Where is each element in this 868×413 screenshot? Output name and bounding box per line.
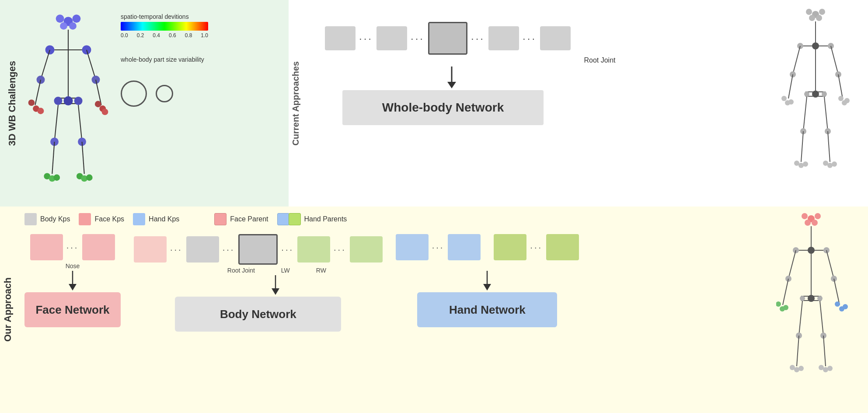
svg-marker-84	[483, 284, 491, 290]
svg-point-69	[788, 99, 794, 105]
root-joint-box	[428, 22, 467, 55]
face-parent-label: Face Parent	[230, 215, 268, 223]
svg-point-3	[60, 22, 67, 30]
body-boxes-row: ··· ··· ··· ···	[134, 234, 383, 265]
svg-line-63	[801, 131, 803, 162]
skeleton-svg-top	[24, 13, 112, 197]
current-approaches-content: ··· ··· ··· ··· Root Joint Whol	[303, 0, 781, 206]
top-left-panel: 3D WB Challenges	[0, 0, 289, 206]
hand-section: ··· ··· . Hand Network	[396, 234, 579, 327]
face-network-box: Face Network	[24, 292, 121, 327]
svg-point-120	[798, 366, 804, 371]
face-network-label: Face Network	[35, 303, 109, 317]
svg-line-15	[87, 50, 96, 80]
colorbar-labels: 0.0 0.2 0.4 0.6 0.8 1.0	[121, 32, 208, 38]
spatio-temporal-label: spatio-temporal devitions	[121, 13, 275, 20]
body-kps-label: Body Kps	[40, 215, 70, 223]
svg-point-117	[843, 304, 848, 309]
svg-point-114	[783, 305, 788, 310]
svg-point-123	[827, 366, 833, 371]
body-box3	[350, 236, 383, 262]
svg-line-55	[838, 74, 843, 98]
svg-point-72	[844, 98, 850, 103]
legend-hand-parents: Hand Parents	[277, 213, 347, 225]
nose-label: Nose	[66, 262, 80, 270]
skeleton-top-right	[781, 0, 868, 206]
svg-point-14	[38, 108, 44, 114]
body-kps-box	[24, 213, 37, 225]
hand-network-label: Hand Network	[449, 303, 526, 317]
body-section: ··· ··· ··· ··· Root Joint LW RW	[134, 234, 383, 332]
colorbar	[121, 22, 208, 31]
box3	[488, 26, 519, 50]
svg-point-24	[54, 97, 62, 105]
body-box1	[186, 236, 219, 262]
face-kps-label: Face Kps	[94, 215, 124, 223]
our-approach-content: Body Kps Face Kps Hand Kps Face Parent H…	[16, 206, 776, 413]
hand-network-box: Hand Network	[417, 292, 557, 327]
svg-line-9	[41, 50, 50, 80]
svg-point-86	[802, 213, 808, 219]
hand-boxes-row: ··· ···	[396, 234, 579, 260]
small-circle	[156, 85, 173, 102]
body-box2	[297, 236, 330, 262]
skeleton-bottom-right	[776, 206, 868, 413]
svg-line-28	[52, 142, 54, 174]
svg-point-43	[809, 15, 815, 21]
whole-body-label: Whole-body Network	[382, 101, 504, 115]
svg-point-20	[102, 108, 108, 115]
svg-line-95	[788, 250, 796, 279]
svg-marker-80	[69, 284, 77, 290]
bottom-panel: Our Approach Body Kps Face Kps Hand Kps …	[0, 206, 868, 413]
svg-line-31	[82, 142, 84, 174]
hand-parents-label: Hand Parents	[304, 215, 347, 223]
svg-line-11	[35, 80, 41, 105]
lw-label: LW	[281, 267, 290, 274]
svg-line-98	[826, 250, 834, 279]
face-box1	[30, 234, 63, 260]
hand-box2	[448, 234, 481, 260]
svg-point-42	[819, 9, 825, 15]
body-face-parent-box	[134, 236, 167, 262]
legend-row: Body Kps Face Kps Hand Kps Face Parent H…	[24, 213, 767, 225]
svg-line-108	[797, 336, 799, 366]
svg-point-18	[95, 101, 101, 108]
box2	[376, 26, 407, 50]
svg-line-53	[831, 46, 838, 74]
svg-point-12	[28, 99, 35, 106]
svg-point-67	[781, 96, 787, 101]
svg-point-75	[803, 161, 808, 167]
arrow-current	[445, 66, 767, 90]
svg-point-103	[808, 295, 815, 302]
body-network-box: Body Network	[175, 297, 341, 332]
our-diagram: ··· Nose Face Network ···	[24, 234, 767, 406]
root-joint-label: Root Joint	[432, 56, 767, 64]
body-root-box	[238, 234, 278, 265]
svg-point-89	[812, 220, 818, 226]
hand-box3	[494, 234, 526, 260]
svg-point-78	[832, 161, 837, 167]
hand-kps-box	[133, 213, 145, 225]
svg-line-100	[834, 279, 840, 305]
svg-point-25	[74, 97, 83, 105]
svg-point-4	[69, 22, 77, 30]
arrow-face	[67, 271, 78, 292]
svg-point-44	[816, 15, 822, 21]
top-left-label: 3D WB Challenges	[4, 56, 20, 150]
svg-line-26	[55, 105, 58, 142]
hand-kps-label: Hand Kps	[149, 215, 179, 223]
svg-point-70	[838, 96, 844, 101]
svg-line-61	[803, 97, 807, 131]
svg-line-66	[828, 131, 830, 162]
legend-face-parent: Face Parent	[214, 213, 268, 225]
legend-hand-kps: Hand Kps	[133, 213, 179, 225]
face-kps-box	[79, 213, 91, 225]
arrow-body	[270, 275, 281, 297]
current-approaches-label: Current Approaches	[289, 57, 303, 150]
svg-line-111	[823, 336, 826, 366]
hand-box1	[396, 234, 429, 260]
legend-body-kps: Body Kps	[24, 213, 70, 225]
our-approach-label: Our Approach	[0, 273, 16, 346]
svg-point-2	[72, 14, 80, 23]
face-parent-box	[214, 213, 227, 225]
